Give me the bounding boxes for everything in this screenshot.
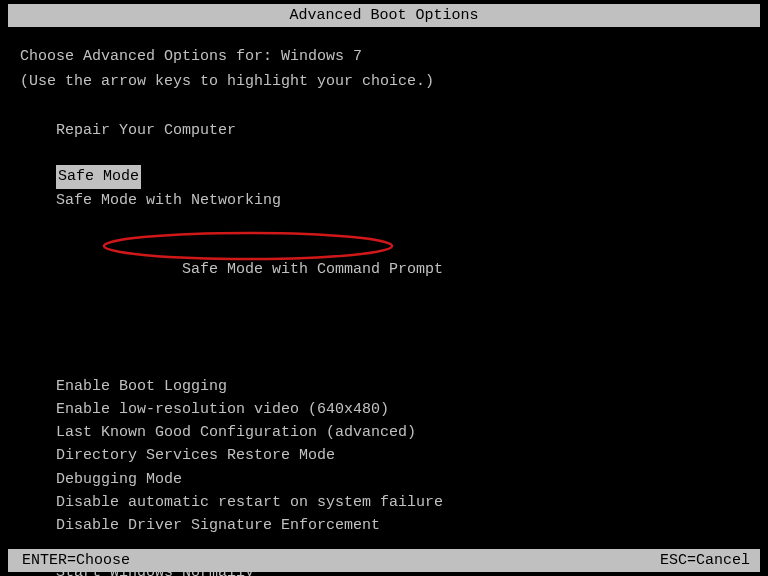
spacer <box>56 142 748 165</box>
main-content: Choose Advanced Options for: Windows 7 (… <box>0 27 768 576</box>
instruction-line-1: Choose Advanced Options for: Windows 7 <box>20 45 748 68</box>
menu-item-repair[interactable]: Repair Your Computer <box>56 119 748 142</box>
svg-point-0 <box>104 233 392 259</box>
footer-bar: ENTER=Choose ESC=Cancel <box>8 549 760 572</box>
menu-item-directory-services-restore[interactable]: Directory Services Restore Mode <box>56 444 748 467</box>
page-title: Advanced Boot Options <box>289 7 478 24</box>
menu-item-boot-logging[interactable]: Enable Boot Logging <box>56 375 748 398</box>
title-bar: Advanced Boot Options <box>8 4 760 27</box>
red-circle-icon <box>100 229 400 263</box>
selected-highlight: Safe Mode <box>56 165 141 188</box>
circled-annotation: Safe Mode with Command Prompt <box>110 235 443 328</box>
instruction-line-2: (Use the arrow keys to highlight your ch… <box>20 70 748 93</box>
spacer <box>20 96 748 119</box>
menu-item-safe-mode-networking[interactable]: Safe Mode with Networking <box>56 189 748 212</box>
menu-item-debugging[interactable]: Debugging Mode <box>56 468 748 491</box>
menu-item-safe-mode-command-prompt[interactable]: Safe Mode with Command Prompt <box>56 212 748 352</box>
menu-item-safe-mode[interactable]: Safe Mode <box>56 165 748 188</box>
footer-enter-hint: ENTER=Choose <box>22 552 130 569</box>
footer-esc-hint: ESC=Cancel <box>660 552 750 569</box>
menu-item-disable-driver-signature[interactable]: Disable Driver Signature Enforcement <box>56 514 748 537</box>
boot-menu: Repair Your Computer Safe Mode Safe Mode… <box>20 119 748 576</box>
menu-item-disable-auto-restart[interactable]: Disable automatic restart on system fail… <box>56 491 748 514</box>
spacer <box>56 351 748 374</box>
menu-item-last-known-good[interactable]: Last Known Good Configuration (advanced) <box>56 421 748 444</box>
menu-item-low-resolution[interactable]: Enable low-resolution video (640x480) <box>56 398 748 421</box>
